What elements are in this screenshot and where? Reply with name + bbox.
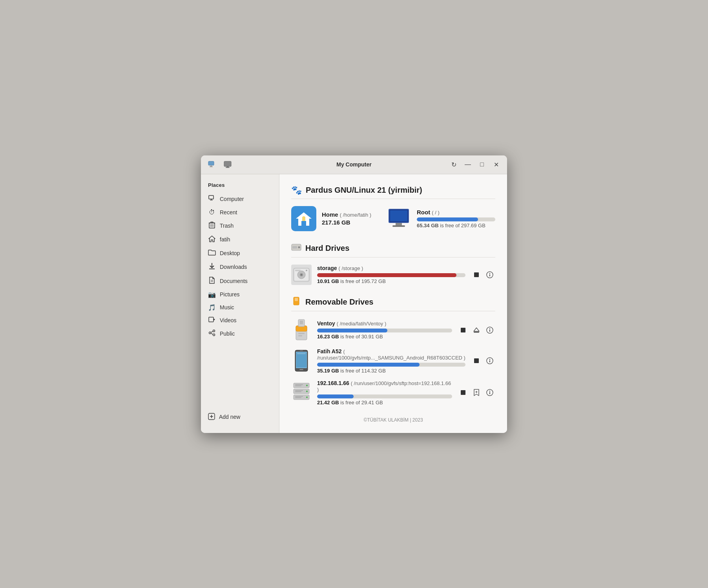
- os-section-header: 🐾 Pardus GNU/Linux 21 (yirmibir): [291, 185, 495, 199]
- svg-point-24: [213, 334, 215, 336]
- home-drive-size: 217.16 GB: [322, 219, 371, 226]
- titlebar-left-icons: [206, 159, 233, 170]
- svg-marker-21: [213, 318, 215, 321]
- sidebar-item-public[interactable]: Public: [201, 327, 279, 341]
- add-new-button[interactable]: Add new: [201, 409, 279, 425]
- sidebar-item-pictures[interactable]: 📷 Pictures: [201, 288, 279, 301]
- network-bookmark-button[interactable]: [471, 387, 482, 398]
- removable-title: Removable Drives: [305, 298, 373, 307]
- phone-drive-row: Fatih A52 ( /run/user/1000/gvfs/mtp..._S…: [291, 348, 495, 374]
- sidebar-item-fatih[interactable]: fatih: [201, 233, 279, 247]
- sidebar-label-trash: Trash: [220, 223, 234, 229]
- storage-stop-button[interactable]: [471, 269, 482, 280]
- svg-rect-47: [295, 270, 301, 271]
- phone-bar-fill: [317, 363, 420, 367]
- svg-point-52: [489, 273, 490, 274]
- svg-rect-83: [295, 384, 303, 385]
- phone-drive-icon: [291, 349, 312, 373]
- video-icon: [208, 317, 216, 324]
- minimize-button[interactable]: —: [462, 159, 473, 170]
- add-icon: [208, 413, 215, 421]
- svg-rect-63: [474, 332, 479, 333]
- svg-rect-11: [211, 222, 213, 223]
- hard-drives-section: Hard Drives: [291, 243, 495, 285]
- hard-drives-header: Hard Drives: [291, 243, 495, 257]
- close-button[interactable]: ✕: [491, 159, 502, 170]
- os-title: Pardus GNU/Linux 21 (yirmibir): [306, 186, 422, 195]
- svg-rect-3: [224, 161, 231, 166]
- svg-rect-87: [295, 396, 303, 397]
- ventoy-info-button[interactable]: [484, 325, 495, 336]
- network-info-button[interactable]: [484, 387, 495, 398]
- main-window: My Computer ↻ — □ ✕ Places Computer: [201, 155, 507, 433]
- network-name: 192.168.1.66 ( /run/user/1000/gvfs/sftp:…: [317, 380, 452, 393]
- home-drive-info: Home ( /home/fatih ) 217.16 GB: [322, 211, 371, 226]
- root-usage-bar-container: [417, 217, 495, 221]
- storage-info-button[interactable]: [484, 269, 495, 280]
- network-bar-container: [317, 394, 452, 398]
- sidebar-label-documents: Documents: [220, 278, 248, 284]
- root-drive-card[interactable]: Root ( / ) 65.34 GB is free of 297.69 GB: [386, 206, 495, 231]
- computer-sidebar-icon: [208, 195, 216, 203]
- sidebar-item-downloads[interactable]: Downloads: [201, 260, 279, 274]
- ventoy-stop-button[interactable]: [458, 325, 469, 336]
- network-drive-info: 192.168.1.66 ( /run/user/1000/gvfs/sftp:…: [317, 380, 452, 405]
- sidebar-item-trash[interactable]: Trash: [201, 219, 279, 233]
- svg-rect-37: [396, 223, 402, 225]
- network-bar-fill: [317, 394, 354, 398]
- svg-point-22: [213, 330, 215, 332]
- refresh-button[interactable]: ↻: [448, 159, 459, 170]
- sidebar-label-fatih: fatih: [220, 236, 230, 243]
- storage-drive-info: storage ( /storage ) 10.91 GB is free of…: [317, 265, 465, 284]
- phone-info-button[interactable]: [484, 355, 495, 366]
- sidebar-item-desktop[interactable]: Desktop: [201, 247, 279, 260]
- storage-bar-container: [317, 273, 465, 277]
- svg-rect-4: [226, 166, 229, 167]
- hard-drives-title: Hard Drives: [305, 244, 349, 253]
- svg-rect-54: [295, 298, 298, 301]
- svg-rect-36: [390, 210, 407, 221]
- svg-rect-70: [300, 351, 303, 351]
- maximize-button[interactable]: □: [476, 159, 487, 170]
- storage-name: storage ( /storage ): [317, 265, 465, 271]
- network-drive-row: 192.168.1.66 ( /run/user/1000/gvfs/sftp:…: [291, 380, 495, 405]
- svg-rect-69: [299, 369, 303, 370]
- storage-bar-fill: [317, 273, 456, 277]
- svg-point-46: [301, 274, 302, 275]
- ventoy-eject-button[interactable]: [471, 325, 482, 336]
- sidebar-item-documents[interactable]: Documents: [201, 274, 279, 288]
- svg-rect-41: [292, 246, 297, 248]
- root-drive-icon: [386, 206, 411, 231]
- removable-section-icon: [291, 297, 301, 308]
- sidebar-label-computer: Computer: [220, 196, 244, 202]
- svg-point-94: [489, 391, 490, 391]
- svg-rect-71: [296, 352, 307, 367]
- storage-drive-row: storage ( /storage ) 10.91 GB is free of…: [291, 265, 495, 285]
- ventoy-actions: [458, 325, 495, 336]
- phone-stop-button[interactable]: [471, 355, 482, 366]
- svg-rect-89: [461, 390, 465, 395]
- home-drive-card[interactable]: Home ( /home/fatih ) 217.16 GB: [291, 206, 378, 231]
- phone-name: Fatih A52 ( /run/user/1000/gvfs/mtp..._S…: [317, 348, 465, 361]
- svg-rect-5: [226, 167, 230, 168]
- network-stop-button[interactable]: [458, 387, 469, 398]
- sidebar-item-recent[interactable]: ⏱ Recent: [201, 206, 279, 219]
- sidebar-item-computer[interactable]: Computer: [201, 192, 279, 206]
- ventoy-bar-fill: [317, 329, 387, 332]
- svg-marker-62: [474, 328, 479, 331]
- camera-icon: 📷: [208, 291, 216, 298]
- sidebar-item-videos[interactable]: Videos: [201, 314, 279, 327]
- sidebar-label-pictures: Pictures: [220, 291, 240, 298]
- svg-point-80: [306, 385, 308, 386]
- svg-rect-84: [295, 385, 301, 386]
- sidebar-label-videos: Videos: [220, 317, 237, 323]
- phone-free-text: 35.19 GB is free of 114.32 GB: [317, 368, 465, 374]
- sidebar: Places Computer ⏱ Recent: [201, 174, 279, 433]
- phone-bar-container: [317, 363, 465, 367]
- svg-rect-49: [474, 272, 479, 277]
- os-drives-row: Home ( /home/fatih ) 217.16 GB: [291, 206, 495, 231]
- sidebar-item-music[interactable]: 🎵 Music: [201, 301, 279, 314]
- svg-point-23: [209, 332, 211, 334]
- trash-icon: [208, 221, 216, 230]
- pardus-icon: 🐾: [291, 185, 302, 195]
